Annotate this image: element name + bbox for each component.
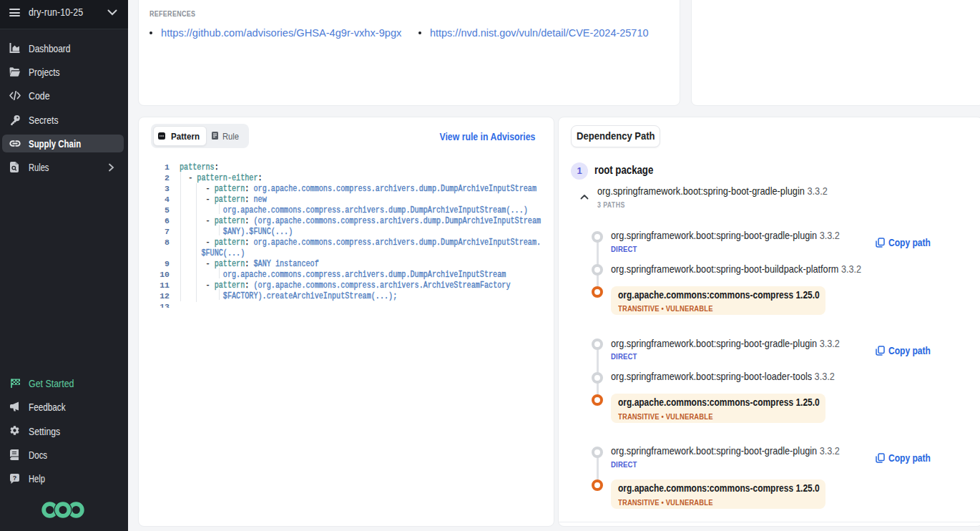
svg-text:?: ?: [13, 474, 17, 482]
